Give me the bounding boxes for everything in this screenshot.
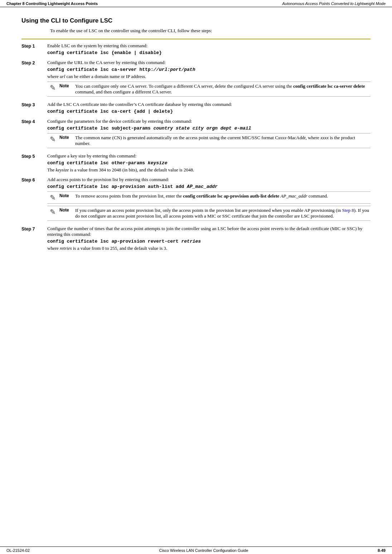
section-divider (21, 39, 371, 39)
step-6-text: Add access points to the provision list … (47, 177, 371, 183)
step-1-text: Enable LSC on the system by entering thi… (47, 43, 371, 49)
step-6-note1-text: To remove access points from the provisi… (75, 193, 371, 199)
step-4-note: ✎ Note The common name (CN) is generated… (47, 133, 371, 148)
step-1-label: Step 1 (21, 43, 47, 49)
step-4-note-text: The common name (CN) is generated automa… (75, 135, 371, 146)
step-6-body: Add access points to the provision list … (47, 177, 371, 223)
footer-doc-title: Cisco Wireless LAN Controller Configurat… (159, 548, 248, 553)
note-pencil-icon-2: ✎ (47, 135, 58, 144)
step-6-row: Step 6 Add access points to the provisio… (21, 177, 371, 223)
note-label-3: Note (59, 193, 75, 198)
step-4-cmd: config certificate lsc subject-params co… (47, 126, 371, 131)
step-2-text1: Configure the URL to the CA server by en… (47, 60, 371, 65)
note-pencil-icon-3: ✎ (47, 193, 58, 202)
step-3-body: Add the LSC CA certificate into the cont… (47, 102, 371, 116)
step-7-label: Step 7 (21, 226, 47, 232)
step-7-text1: Configure the number of times that the a… (47, 226, 371, 237)
step-5-label: Step 5 (21, 153, 47, 159)
step-2-text2: where url can be either a domain name or… (47, 74, 371, 79)
step-4-text: Configure the parameters for the device … (47, 118, 371, 124)
step-5-body: Configure a key size by entering this co… (47, 153, 371, 174)
step-2-note-content: Note You can configure only one CA serve… (59, 83, 371, 95)
step-2-note: ✎ Note You can configure only one CA ser… (47, 82, 371, 97)
step-7-row: Step 7 Configure the number of times tha… (21, 226, 371, 252)
step-5-cmd: config certificate lsc other-params keys… (47, 160, 371, 166)
step-2-body: Configure the URL to the CA server by en… (47, 60, 371, 99)
step-3-cmd: config certificate lsc ca-cert {add | de… (47, 109, 371, 114)
section-title: Using the CLI to Configure LSC (21, 17, 371, 24)
step-6-note2: ✎ Note If you configure an access point … (47, 206, 371, 221)
note-pencil-icon: ✎ (47, 83, 58, 92)
step8-link[interactable]: Step 8 (342, 208, 354, 213)
step-6-note1: ✎ Note To remove access points from the … (47, 191, 371, 204)
step-1-row: Step 1 Enable LSC on the system by enter… (21, 43, 371, 57)
page-footer: OL-21524-02 Cisco Wireless LAN Controlle… (0, 546, 392, 554)
step-5-row: Step 5 Configure a key size by entering … (21, 153, 371, 174)
step-4-body: Configure the parameters for the device … (47, 118, 371, 150)
step-5-text1: Configure a key size by entering this co… (47, 153, 371, 159)
note-label-2: Note (59, 135, 75, 140)
step-7-cmd: config certificate lsc ap-provision reve… (47, 239, 371, 244)
page-header: Chapter 8 Controlling Lightweight Access… (0, 0, 392, 7)
step-5-text2: The keysize is a value from 384 to 2048 … (47, 167, 371, 173)
main-content: Using the CLI to Configure LSC To enable… (0, 7, 392, 262)
step-6-label: Step 6 (21, 177, 47, 183)
step-6-note2-content: Note If you configure an access point pr… (59, 208, 371, 219)
note-label-4: Note (59, 208, 75, 213)
intro-text: To enable the use of LSC on the controll… (50, 28, 371, 34)
step-2-label: Step 2 (21, 60, 47, 65)
step-2-note-text: You can configure only one CA server. To… (75, 83, 371, 95)
header-chapter: Chapter 8 Controlling Lightweight Access… (6, 1, 98, 6)
step-4-note-content: Note The common name (CN) is generated a… (59, 135, 371, 146)
step-1-body: Enable LSC on the system by entering thi… (47, 43, 371, 57)
step-2-cmd: config certificate lsc ca-server http://… (47, 67, 371, 72)
note-pencil-icon-4: ✎ (47, 208, 58, 216)
step-6-note1-content: Note To remove access points from the pr… (59, 193, 371, 199)
header-section: Autonomous Access Points Converted to Li… (282, 1, 386, 6)
note-label: Note (59, 83, 75, 88)
step-6-cmd: config certificate lsc ap-provision auth… (47, 184, 371, 189)
step-7-text2: where retries is a value from 0 to 255, … (47, 246, 371, 251)
step-7-body: Configure the number of times that the a… (47, 226, 371, 252)
step-4-label: Step 4 (21, 118, 47, 124)
footer-page-number: 8-49 (378, 548, 386, 553)
step-1-cmd: config certificate lsc {enable | disable… (47, 50, 371, 55)
step-3-text: Add the LSC CA certificate into the cont… (47, 102, 371, 107)
step-4-row: Step 4 Configure the parameters for the … (21, 118, 371, 150)
footer-doc-id: OL-21524-02 (6, 548, 30, 553)
step-3-label: Step 3 (21, 102, 47, 107)
step-2-row: Step 2 Configure the URL to the CA serve… (21, 60, 371, 99)
step-3-row: Step 3 Add the LSC CA certificate into t… (21, 102, 371, 116)
step-6-note2-text: If you configure an access point provisi… (75, 208, 371, 219)
